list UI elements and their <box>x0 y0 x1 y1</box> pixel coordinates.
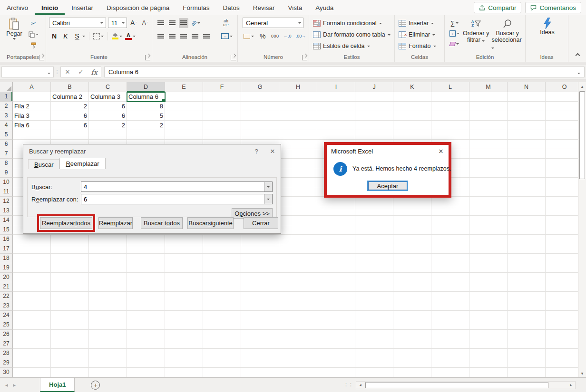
cell-G26[interactable] <box>241 330 279 339</box>
cell-H30[interactable] <box>279 368 317 377</box>
cell-F16[interactable] <box>203 235 241 244</box>
cell-G25[interactable] <box>241 320 279 330</box>
cell-K21[interactable] <box>393 282 431 292</box>
cell-M6[interactable] <box>469 140 508 149</box>
cell-F20[interactable] <box>203 273 241 282</box>
column-header-K[interactable]: K <box>393 82 431 92</box>
cell-M26[interactable] <box>469 330 508 339</box>
cell-E24[interactable] <box>165 311 203 320</box>
sort-filter-button[interactable]: AZ Ordenar y filtrar <box>461 18 490 53</box>
row-header-15[interactable]: 15 <box>0 225 13 235</box>
borders-button[interactable] <box>92 31 105 41</box>
cell-H2[interactable] <box>279 102 317 111</box>
row-header-21[interactable]: 21 <box>0 282 13 292</box>
row-header-11[interactable]: 11 <box>0 187 13 197</box>
cell-B3[interactable]: 6 <box>51 111 89 121</box>
find-select-button[interactable]: Buscar y seleccionar <box>491 18 523 53</box>
formula-input[interactable]: Columna 6 <box>104 67 585 77</box>
cell-F18[interactable] <box>203 254 241 263</box>
row-header-28[interactable]: 28 <box>0 349 13 358</box>
cell-I2[interactable] <box>317 102 355 111</box>
cell-styles-button[interactable]: Estilos de celda <box>313 40 392 52</box>
fill-button[interactable]: ↓ <box>449 29 460 38</box>
cell-M21[interactable] <box>469 282 508 292</box>
align-top-button[interactable] <box>156 18 166 28</box>
cell-B20[interactable] <box>51 273 89 282</box>
find-next-button[interactable]: Buscar siguiente <box>187 217 234 229</box>
cell-K5[interactable] <box>393 130 431 140</box>
cell-J26[interactable] <box>355 330 393 339</box>
cell-A21[interactable] <box>13 282 51 292</box>
cell-H16[interactable] <box>279 235 317 244</box>
cell-K26[interactable] <box>393 330 431 339</box>
cell-H5[interactable] <box>279 130 317 140</box>
cell-J25[interactable] <box>355 320 393 330</box>
cell-J17[interactable] <box>355 244 393 254</box>
cell-N23[interactable] <box>508 301 546 311</box>
row-header-23[interactable]: 23 <box>0 301 13 311</box>
increase-font-button[interactable]: Aˆ <box>129 18 138 28</box>
scroll-left-icon[interactable]: ◂ <box>356 382 364 387</box>
cell-G28[interactable] <box>241 349 279 358</box>
cell-G16[interactable] <box>241 235 279 244</box>
ribbon-tab-insertar[interactable]: Insertar <box>65 1 100 15</box>
cell-F22[interactable] <box>203 292 241 301</box>
cell-G3[interactable] <box>241 111 279 121</box>
column-header-A[interactable]: A <box>13 82 51 92</box>
cell-K15[interactable] <box>393 225 431 235</box>
cell-D25[interactable] <box>127 320 165 330</box>
column-header-N[interactable]: N <box>508 82 546 92</box>
ribbon-tab-fórmulas[interactable]: Fórmulas <box>176 1 216 15</box>
cell-D30[interactable] <box>127 368 165 377</box>
cell-L14[interactable] <box>431 216 469 225</box>
delete-cells-button[interactable]: ✕ Eliminar <box>399 29 442 40</box>
cell-J22[interactable] <box>355 292 393 301</box>
cell-I15[interactable] <box>317 225 355 235</box>
cell-E19[interactable] <box>165 263 203 273</box>
row-header-24[interactable]: 24 <box>0 311 13 320</box>
cell-J2[interactable] <box>355 102 393 111</box>
cell-D2[interactable]: 8 <box>127 102 165 111</box>
cell-F29[interactable] <box>203 358 241 368</box>
cell-M2[interactable] <box>469 102 508 111</box>
vertical-scroll-thumb[interactable] <box>579 91 585 179</box>
replace-all-button[interactable]: Reemplazar todos <box>40 217 92 229</box>
cell-H11[interactable] <box>279 187 317 197</box>
cell-N1[interactable] <box>508 92 546 102</box>
cell-L16[interactable] <box>431 235 469 244</box>
cell-C5[interactable] <box>89 130 127 140</box>
cell-B19[interactable] <box>51 263 89 273</box>
cell-J13[interactable] <box>355 206 393 216</box>
cell-M17[interactable] <box>469 244 508 254</box>
cell-C25[interactable] <box>89 320 127 330</box>
cell-L13[interactable] <box>431 206 469 216</box>
cell-J14[interactable] <box>355 216 393 225</box>
cell-A28[interactable] <box>13 349 51 358</box>
cell-F2[interactable] <box>203 102 241 111</box>
cell-E18[interactable] <box>165 254 203 263</box>
cell-D28[interactable] <box>127 349 165 358</box>
cell-A2[interactable]: Fila 2 <box>13 102 51 111</box>
cell-L29[interactable] <box>431 358 469 368</box>
cell-J12[interactable] <box>355 197 393 206</box>
accept-button[interactable]: Aceptar <box>367 181 408 191</box>
alignment-dialog-launcher[interactable] <box>231 55 236 60</box>
cell-B2[interactable]: 2 <box>51 102 89 111</box>
cell-L28[interactable] <box>431 349 469 358</box>
cell-D21[interactable] <box>127 282 165 292</box>
clipboard-dialog-launcher[interactable] <box>39 55 44 60</box>
cell-E22[interactable] <box>165 292 203 301</box>
clear-button[interactable] <box>449 39 460 49</box>
cell-L3[interactable] <box>431 111 469 121</box>
cell-J20[interactable] <box>355 273 393 282</box>
cell-H25[interactable] <box>279 320 317 330</box>
align-right-button[interactable] <box>179 31 188 41</box>
cell-N14[interactable] <box>508 216 546 225</box>
cell-H14[interactable] <box>279 216 317 225</box>
cell-E25[interactable] <box>165 320 203 330</box>
number-format-combo[interactable]: General <box>243 18 303 28</box>
cell-H24[interactable] <box>279 311 317 320</box>
enter-entry-button[interactable]: ✓ <box>74 68 88 76</box>
cell-M23[interactable] <box>469 301 508 311</box>
cell-H12[interactable] <box>279 197 317 206</box>
